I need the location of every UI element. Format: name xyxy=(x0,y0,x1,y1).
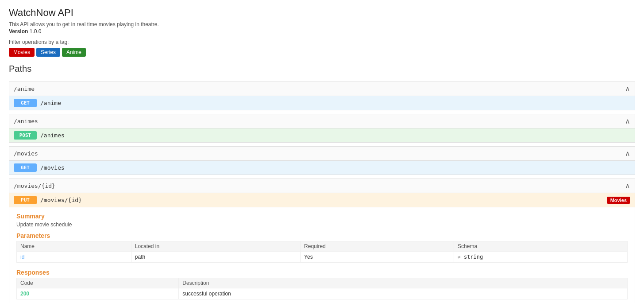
param-row-id: id path Yes ≠ string xyxy=(17,252,628,263)
endpoint-put-movies-id[interactable]: PUT /movies/{id} Movies xyxy=(9,193,635,207)
paths-heading: Paths xyxy=(9,64,635,76)
version-label: Version xyxy=(9,28,28,35)
method-badge-get-anime: GET xyxy=(14,99,37,107)
api-title: WatchNow API xyxy=(9,7,635,19)
endpoint-get-movies[interactable]: GET /movies xyxy=(9,161,635,175)
collapse-icon-animes: ∧ xyxy=(625,117,630,125)
summary-heading: Summary xyxy=(16,213,628,220)
endpoint-get-anime[interactable]: GET /anime xyxy=(9,96,635,110)
version-value: 1.0.0 xyxy=(30,28,42,35)
path-name-movies: /movies xyxy=(14,150,38,157)
path-header-movies-id[interactable]: /movies/{id} ∧ xyxy=(9,179,635,193)
param-col-name: Name xyxy=(17,241,131,252)
collapse-icon-movies-id: ∧ xyxy=(625,182,630,190)
resp-col-desc: Description xyxy=(179,278,628,288)
tag-anime-button[interactable]: Anime xyxy=(62,48,86,57)
param-col-schema: Schema xyxy=(454,241,628,252)
response-desc-200: successful operation xyxy=(179,288,628,299)
param-name-id: id xyxy=(17,252,131,263)
path-header-anime[interactable]: /anime ∧ xyxy=(9,82,635,96)
responses-heading: Responses xyxy=(16,269,628,276)
param-located-id: path xyxy=(131,252,300,263)
parameters-table: Name Located in Required Schema id path … xyxy=(16,241,628,263)
endpoint-path-movies-id: /movies/{id} xyxy=(40,197,82,203)
endpoint-path-movies: /movies xyxy=(40,164,65,171)
path-section-movies-id: /movies/{id} ∧ PUT /movies/{id} Movies S… xyxy=(9,179,635,303)
collapse-icon-movies: ∧ xyxy=(625,149,630,158)
response-code-200: 200 xyxy=(17,288,179,299)
api-version: Version 1.0.0 xyxy=(9,28,635,35)
schema-icon: ≠ xyxy=(458,254,461,260)
collapse-icon-anime: ∧ xyxy=(625,85,630,93)
path-name-movies-id: /movies/{id} xyxy=(14,183,55,189)
param-schema-id: ≠ string xyxy=(454,252,628,263)
expanded-put-movies-id: Summary Update movie schedule Parameters… xyxy=(9,207,635,303)
paths-container: /anime ∧ GET /anime /animes ∧ POST /anim… xyxy=(9,82,635,303)
endpoint-post-animes[interactable]: POST /animes xyxy=(9,128,635,142)
param-schema-value: string xyxy=(464,254,483,260)
param-col-located: Located in xyxy=(131,241,300,252)
method-badge-get-movies: GET xyxy=(14,163,37,172)
endpoint-path-animes: /animes xyxy=(40,132,65,139)
param-col-required: Required xyxy=(301,241,454,252)
responses-table: Code Description 200 successful operatio… xyxy=(16,278,628,299)
path-section-movies: /movies ∧ GET /movies xyxy=(9,146,635,175)
path-name-anime: /anime xyxy=(14,85,35,92)
movies-tag-badge: Movies xyxy=(607,197,630,204)
method-badge-put-movies-id: PUT xyxy=(14,196,37,204)
summary-description: Update movie schedule xyxy=(16,221,628,228)
resp-col-code: Code xyxy=(17,278,179,288)
response-row-200: 200 successful operation xyxy=(17,288,628,299)
path-header-animes[interactable]: /animes ∧ xyxy=(9,114,635,128)
endpoint-path-anime: /anime xyxy=(40,100,61,106)
method-badge-post-animes: POST xyxy=(14,131,37,140)
tag-filter-group: Movies Series Anime xyxy=(9,48,635,57)
path-name-animes: /animes xyxy=(14,118,38,124)
path-header-movies[interactable]: /movies ∧ xyxy=(9,147,635,161)
filter-label: Filter operations by a tag: xyxy=(9,39,635,45)
path-section-anime: /anime ∧ GET /anime xyxy=(9,82,635,110)
api-description: This API allows you to get in real time … xyxy=(9,21,635,27)
path-section-animes: /animes ∧ POST /animes xyxy=(9,114,635,143)
parameters-heading: Parameters xyxy=(16,232,628,239)
tag-movies-button[interactable]: Movies xyxy=(9,48,35,57)
tag-series-button[interactable]: Series xyxy=(36,48,60,57)
param-required-id: Yes xyxy=(301,252,454,263)
